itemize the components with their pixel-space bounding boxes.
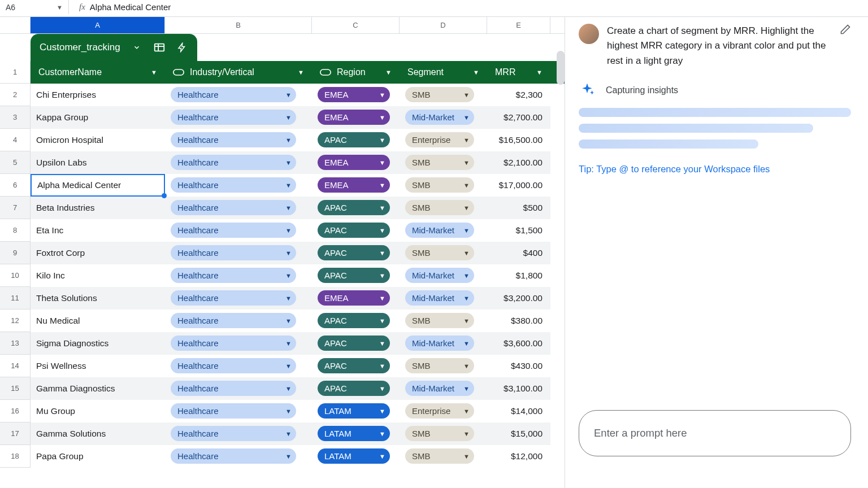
region-chip[interactable]: APAC▼ (318, 358, 390, 373)
cell-customer-name[interactable]: Psi Wellness (31, 355, 165, 377)
cell-region[interactable]: APAC▼ (312, 332, 400, 355)
header-industry[interactable]: Industry/Vertical▼ (165, 61, 312, 84)
cell-customer-name[interactable]: Eta Inc (31, 219, 165, 242)
row-header[interactable]: 10 (0, 264, 31, 287)
cell-mrr[interactable]: $1,800 (487, 264, 550, 287)
cell-mrr[interactable]: $14,000 (487, 400, 550, 422)
row-header[interactable]: 1 (0, 61, 31, 84)
cell-region[interactable]: EMEA▼ (312, 151, 400, 174)
row-header[interactable]: 9 (0, 242, 31, 264)
cell-mrr[interactable]: $430.00 (487, 355, 550, 377)
segment-chip[interactable]: SMB▼ (405, 87, 474, 102)
region-chip[interactable]: LATAM▼ (318, 403, 390, 419)
row-header[interactable]: 12 (0, 310, 31, 332)
vertical-scrollbar[interactable] (557, 51, 565, 85)
industry-chip[interactable]: Healthcare▼ (171, 313, 296, 328)
industry-chip[interactable]: Healthcare▼ (171, 155, 296, 170)
industry-chip[interactable]: Healthcare▼ (171, 132, 296, 147)
segment-chip[interactable]: SMB▼ (405, 155, 474, 170)
industry-chip[interactable]: Healthcare▼ (171, 87, 296, 102)
row-header[interactable]: 18 (0, 445, 31, 468)
region-chip[interactable]: EMEA▼ (318, 177, 390, 193)
header-segment[interactable]: Segment▼ (400, 61, 487, 84)
cell-region[interactable]: EMEA▼ (312, 106, 400, 129)
column-header-d[interactable]: D (400, 17, 487, 33)
cell-industry[interactable]: Healthcare▼ (165, 242, 312, 264)
cell-segment[interactable]: SMB▼ (400, 445, 487, 468)
segment-chip[interactable]: SMB▼ (405, 448, 474, 464)
cell-region[interactable]: LATAM▼ (312, 422, 400, 445)
cell-customer-name[interactable]: Nu Medical (31, 310, 165, 332)
cell-industry[interactable]: Healthcare▼ (165, 84, 312, 106)
cell-mrr[interactable]: $2,300 (487, 84, 550, 106)
cell-mrr[interactable]: $17,000.00 (487, 174, 550, 197)
cell-segment[interactable]: Mid-Market▼ (400, 106, 487, 129)
region-chip[interactable]: EMEA▼ (318, 110, 390, 125)
cell-segment[interactable]: Enterprise▼ (400, 400, 487, 422)
cell-segment[interactable]: Mid-Market▼ (400, 219, 487, 242)
cell-mrr[interactable]: $1,500 (487, 219, 550, 242)
select-all-corner[interactable] (0, 17, 31, 33)
cell-segment[interactable]: Mid-Market▼ (400, 287, 487, 310)
cell-industry[interactable]: Healthcare▼ (165, 377, 312, 400)
segment-chip[interactable]: Mid-Market▼ (405, 110, 474, 125)
cell-industry[interactable]: Healthcare▼ (165, 151, 312, 174)
region-chip[interactable]: LATAM▼ (318, 448, 390, 464)
region-chip[interactable]: APAC▼ (318, 245, 390, 260)
segment-chip[interactable]: SMB▼ (405, 426, 474, 441)
cell-mrr[interactable]: $15,000 (487, 422, 550, 445)
cell-region[interactable]: APAC▼ (312, 129, 400, 151)
name-box[interactable]: A6 ▼ (0, 0, 69, 14)
cell-mrr[interactable]: $400 (487, 242, 550, 264)
segment-chip[interactable]: Enterprise▼ (405, 132, 474, 147)
cell-mrr[interactable]: $380.00 (487, 310, 550, 332)
cell-industry[interactable]: Healthcare▼ (165, 332, 312, 355)
cell-industry[interactable]: Healthcare▼ (165, 422, 312, 445)
cell-industry[interactable]: Healthcare▼ (165, 106, 312, 129)
industry-chip[interactable]: Healthcare▼ (171, 223, 296, 238)
cell-region[interactable]: APAC▼ (312, 219, 400, 242)
cell-customer-name[interactable]: Kappa Group (31, 106, 165, 129)
cell-customer-name[interactable]: Chi Enterprises (31, 84, 165, 106)
row-header[interactable]: 13 (0, 332, 31, 355)
cell-customer-name[interactable]: Papa Group (31, 445, 165, 468)
cell-customer-name[interactable]: Foxtrot Corp (31, 242, 165, 264)
segment-chip[interactable]: Enterprise▼ (405, 403, 474, 419)
column-header-a[interactable]: A (31, 17, 165, 33)
cell-mrr[interactable]: $12,000 (487, 445, 550, 468)
row-header[interactable]: 5 (0, 151, 31, 174)
segment-chip[interactable]: SMB▼ (405, 358, 474, 373)
row-header[interactable]: 6 (0, 174, 31, 197)
cell-customer-name[interactable]: Upsilon Labs (31, 151, 165, 174)
region-chip[interactable]: LATAM▼ (318, 426, 390, 441)
segment-chip[interactable]: Mid-Market▼ (405, 268, 474, 283)
industry-chip[interactable]: Healthcare▼ (171, 448, 296, 464)
segment-chip[interactable]: Mid-Market▼ (405, 381, 474, 396)
header-mrr[interactable]: MRR▼ (487, 61, 550, 84)
column-header-b[interactable]: B (165, 17, 312, 33)
table-tab[interactable]: Customer_tracking (31, 34, 197, 61)
industry-chip[interactable]: Healthcare▼ (171, 177, 296, 193)
row-header[interactable]: 16 (0, 400, 31, 422)
industry-chip[interactable]: Healthcare▼ (171, 290, 296, 306)
cell-customer-name[interactable]: Beta Industries (31, 197, 165, 219)
region-chip[interactable]: EMEA▼ (318, 87, 390, 102)
cell-industry[interactable]: Healthcare▼ (165, 197, 312, 219)
cell-segment[interactable]: SMB▼ (400, 151, 487, 174)
cell-mrr[interactable]: $3,200.00 (487, 287, 550, 310)
cell-segment[interactable]: Mid-Market▼ (400, 264, 487, 287)
cell-mrr[interactable]: $16,500.00 (487, 129, 550, 151)
cell-industry[interactable]: Healthcare▼ (165, 264, 312, 287)
industry-chip[interactable]: Healthcare▼ (171, 336, 296, 351)
cell-region[interactable]: APAC▼ (312, 197, 400, 219)
cell-customer-name[interactable]: Omicron Hospital (31, 129, 165, 151)
cell-segment[interactable]: Mid-Market▼ (400, 332, 487, 355)
region-chip[interactable]: APAC▼ (318, 200, 390, 215)
header-region[interactable]: Region▼ (312, 61, 400, 84)
cell-region[interactable]: APAC▼ (312, 242, 400, 264)
segment-chip[interactable]: Mid-Market▼ (405, 223, 474, 238)
industry-chip[interactable]: Healthcare▼ (171, 358, 296, 373)
cell-customer-name[interactable]: Sigma Diagnostics (31, 332, 165, 355)
cell-region[interactable]: LATAM▼ (312, 445, 400, 468)
industry-chip[interactable]: Healthcare▼ (171, 403, 296, 419)
